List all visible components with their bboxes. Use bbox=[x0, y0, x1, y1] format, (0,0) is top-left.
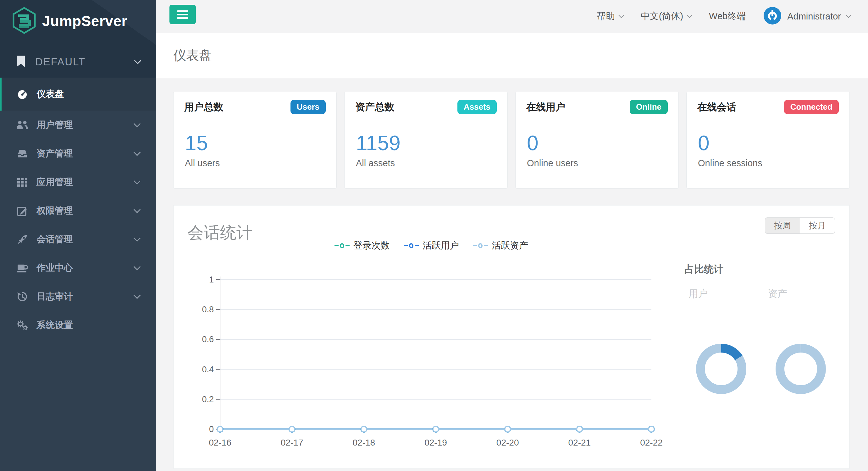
session-stats-title: 会话统计 bbox=[187, 222, 253, 244]
sidebar-item-settings[interactable]: 系统设置 bbox=[0, 311, 156, 339]
session-stats-panel: 会话统计 登录次数 活跃用户 活跃资产 按周 按月 00.20.40.60.81… bbox=[173, 205, 850, 469]
sidebar: JumpServer DEFAULT 仪表盘 用户管理 bbox=[0, 0, 156, 471]
user-menu[interactable]: Administrator bbox=[763, 7, 850, 26]
org-selector[interactable]: DEFAULT bbox=[0, 46, 156, 78]
legend-marker-dot bbox=[340, 243, 344, 248]
legend-marker bbox=[335, 245, 339, 246]
svg-text:02-21: 02-21 bbox=[568, 438, 591, 447]
sidebar-item-users[interactable]: 用户管理 bbox=[0, 111, 156, 139]
stat-card-title: 在线会话 bbox=[697, 101, 736, 114]
legend-marker-dot bbox=[478, 243, 483, 248]
app-title: JumpServer bbox=[42, 12, 127, 30]
jumpserver-hexagon-icon bbox=[12, 7, 36, 35]
app-logo[interactable]: JumpServer bbox=[12, 7, 127, 35]
status-badge: Users bbox=[290, 100, 326, 114]
sidebar-item-assets[interactable]: 资产管理 bbox=[0, 139, 156, 168]
stat-card-title: 用户总数 bbox=[184, 101, 223, 114]
topbar: 帮助 中文(简体) Web终端 Administrator bbox=[156, 0, 868, 33]
users-donut-chart bbox=[694, 342, 748, 397]
inbox-icon bbox=[17, 148, 28, 159]
assets-donut-chart bbox=[774, 342, 828, 397]
status-badge: Assets bbox=[458, 100, 497, 114]
svg-text:02-19: 02-19 bbox=[425, 438, 447, 447]
rocket-icon bbox=[17, 234, 28, 245]
legend-item-active-assets[interactable]: 活跃资产 bbox=[473, 239, 528, 252]
sidebar-menu: 仪表盘 用户管理 资产管理 应用管理 权限管理 bbox=[0, 78, 156, 339]
stat-caption: Online users bbox=[527, 158, 667, 168]
web-terminal-link[interactable]: Web终端 bbox=[709, 10, 746, 23]
legend-marker bbox=[484, 245, 488, 246]
chevron-down-icon bbox=[687, 13, 692, 18]
sidebar-item-permissions[interactable]: 权限管理 bbox=[0, 196, 156, 225]
stat-card-online-users: 在线用户 Online 0 Online users bbox=[515, 92, 679, 189]
sidebar-item-applications[interactable]: 应用管理 bbox=[0, 168, 156, 196]
range-week-button[interactable]: 按周 bbox=[765, 217, 800, 234]
legend-marker bbox=[404, 245, 408, 246]
sidebar-header: JumpServer DEFAULT bbox=[0, 0, 156, 78]
stat-card-title: 资产总数 bbox=[355, 101, 394, 114]
jumpserver-dashboard: { "app": { "name": "JumpServer" }, "topb… bbox=[0, 0, 868, 471]
stat-value-link[interactable]: 15 bbox=[185, 131, 325, 155]
stat-caption: All users bbox=[185, 158, 325, 168]
sidebar-item-dashboard[interactable]: 仪表盘 bbox=[0, 78, 156, 111]
status-badge: Connected bbox=[784, 100, 839, 114]
help-menu[interactable]: 帮助 bbox=[597, 10, 623, 23]
stat-value-link[interactable]: 1159 bbox=[356, 131, 496, 155]
svg-text:0.8: 0.8 bbox=[202, 305, 214, 314]
org-label: DEFAULT bbox=[35, 56, 86, 68]
range-month-button[interactable]: 按月 bbox=[800, 217, 835, 234]
users-icon bbox=[17, 120, 28, 130]
chevron-down-icon bbox=[846, 13, 851, 18]
page-heading: 仪表盘 bbox=[156, 33, 868, 78]
status-badge: Online bbox=[630, 100, 668, 114]
language-menu[interactable]: 中文(简体) bbox=[641, 10, 691, 23]
grid-icon bbox=[17, 177, 28, 188]
chart-legend: 登录次数 活跃用户 活跃资产 bbox=[335, 239, 528, 252]
stat-caption: All assets bbox=[356, 158, 496, 168]
avatar bbox=[763, 7, 781, 26]
sidebar-toggle-button[interactable] bbox=[169, 5, 196, 24]
legend-marker bbox=[473, 245, 477, 246]
stat-value-link[interactable]: 0 bbox=[527, 131, 667, 155]
ratio-label-users: 用户 bbox=[688, 287, 708, 300]
legend-marker-dot bbox=[409, 243, 413, 248]
chevron-down-icon bbox=[134, 263, 141, 270]
stat-caption: Online sessions bbox=[698, 158, 838, 168]
svg-text:0: 0 bbox=[209, 425, 214, 434]
ratio-stats-title: 占比统计 bbox=[684, 263, 723, 276]
gears-icon bbox=[17, 319, 28, 331]
chevron-down-icon bbox=[134, 120, 141, 127]
stat-cards-row: 用户总数 Users 15 All users 资产总数 Assets 1159… bbox=[173, 92, 850, 189]
chevron-down-icon bbox=[134, 234, 141, 242]
svg-text:0.2: 0.2 bbox=[202, 395, 214, 404]
svg-text:02-22: 02-22 bbox=[640, 438, 663, 447]
svg-text:0.4: 0.4 bbox=[202, 365, 214, 374]
chevron-down-icon bbox=[134, 148, 141, 156]
svg-text:02-17: 02-17 bbox=[281, 438, 303, 447]
svg-text:0.6: 0.6 bbox=[202, 335, 214, 344]
chevron-down-icon bbox=[134, 206, 141, 213]
sidebar-item-audits[interactable]: 日志审计 bbox=[0, 282, 156, 311]
bookmark-icon bbox=[16, 55, 26, 69]
legend-marker bbox=[345, 245, 349, 246]
range-toggle-group: 按周 按月 bbox=[765, 217, 835, 234]
svg-text:1: 1 bbox=[209, 275, 214, 284]
legend-item-active-users[interactable]: 活跃用户 bbox=[404, 239, 459, 252]
page-title: 仪表盘 bbox=[173, 33, 212, 78]
svg-text:02-16: 02-16 bbox=[209, 438, 231, 447]
sidebar-item-job-center[interactable]: 作业中心 bbox=[0, 254, 156, 282]
svg-text:02-18: 02-18 bbox=[353, 438, 375, 447]
legend-item-logins[interactable]: 登录次数 bbox=[335, 239, 390, 252]
stat-card-users: 用户总数 Users 15 All users bbox=[173, 92, 337, 189]
stat-card-title: 在线用户 bbox=[526, 101, 565, 114]
ratio-label-assets: 资产 bbox=[768, 287, 787, 300]
chevron-down-icon bbox=[618, 13, 624, 18]
legend-marker bbox=[415, 245, 419, 246]
stat-card-online-sessions: 在线会话 Connected 0 Online sessions bbox=[686, 92, 850, 189]
sidebar-item-sessions[interactable]: 会话管理 bbox=[0, 225, 156, 254]
stat-value-link[interactable]: 0 bbox=[698, 131, 838, 155]
stat-card-assets: 资产总数 Assets 1159 All assets bbox=[344, 92, 508, 189]
chevron-down-icon bbox=[134, 57, 142, 64]
chevron-down-icon bbox=[134, 177, 141, 184]
chevron-down-icon bbox=[134, 292, 141, 299]
